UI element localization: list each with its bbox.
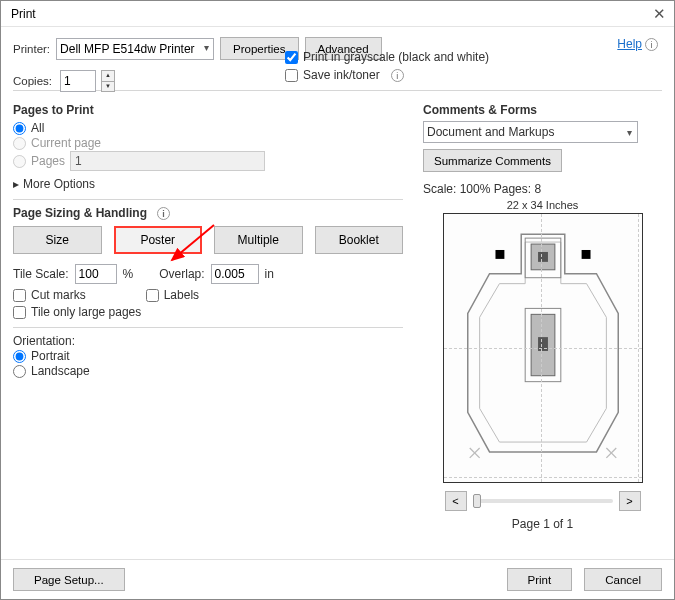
next-page-button[interactable]: > — [619, 491, 641, 511]
svg-rect-8 — [495, 250, 504, 259]
overlap-input[interactable] — [211, 264, 259, 284]
copies-input[interactable] — [60, 70, 96, 92]
overlap-label: Overlap: — [159, 267, 204, 281]
scale-line: Scale: 100% Pages: 8 — [423, 182, 662, 196]
print-button[interactable]: Print — [507, 568, 573, 591]
pages-to-print-title: Pages to Print — [13, 103, 403, 117]
tile-scale-unit: % — [123, 267, 134, 281]
radio-all: All — [13, 121, 403, 135]
svg-rect-4 — [538, 252, 548, 262]
landscape-radio[interactable] — [13, 365, 26, 378]
copies-spinner[interactable]: ▲▼ — [101, 70, 115, 92]
comments-combo[interactable]: Document and Markups ▾ — [423, 121, 638, 143]
orientation-title: Orientation: — [13, 334, 403, 348]
grayscale-label: Print in grayscale (black and white) — [303, 50, 489, 64]
preview-dims: 22 x 34 Inches — [423, 199, 662, 211]
slider-thumb[interactable] — [473, 494, 481, 508]
bottom-bar: Page Setup... Print Cancel — [1, 559, 674, 599]
grayscale-row: Print in grayscale (black and white) — [285, 50, 662, 64]
info-icon: i — [157, 207, 170, 220]
spinner-up-icon[interactable]: ▲ — [102, 71, 114, 82]
radio-all-input[interactable] — [13, 122, 26, 135]
prev-page-button[interactable]: < — [445, 491, 467, 511]
help-link[interactable]: Helpi — [617, 37, 658, 51]
booklet-button[interactable]: Booklet — [315, 226, 404, 254]
handling-buttons: Size Poster Multiple Booklet — [13, 226, 403, 254]
landscape-label: Landscape — [31, 364, 90, 378]
sizing-title: Page Sizing & Handling — [13, 206, 147, 220]
radio-pages-label: Pages — [31, 154, 65, 168]
radio-all-label: All — [31, 121, 44, 135]
more-options[interactable]: ▸More Options — [13, 177, 403, 191]
svg-rect-9 — [581, 250, 590, 259]
portrait-radio[interactable] — [13, 350, 26, 363]
page-of: Page 1 of 1 — [423, 517, 662, 531]
saveink-label: Save ink/toner — [303, 68, 380, 82]
radio-current-input[interactable] — [13, 137, 26, 150]
poster-button[interactable]: Poster — [114, 226, 203, 254]
radio-current-label: Current page — [31, 136, 101, 150]
grayscale-checkbox[interactable] — [285, 51, 298, 64]
print-dialog: Print ✕ Helpi Printer: ▾ Properties Adva… — [0, 0, 675, 600]
labels-label: Labels — [164, 288, 199, 302]
comments-title: Comments & Forms — [423, 103, 662, 117]
tile-large-checkbox[interactable] — [13, 306, 26, 319]
tile-scale-label: Tile Scale: — [13, 267, 69, 281]
info-icon: i — [645, 38, 658, 51]
radio-pages-input[interactable] — [13, 155, 26, 168]
printer-select[interactable] — [56, 38, 214, 60]
multiple-button[interactable]: Multiple — [214, 226, 303, 254]
saveink-checkbox[interactable] — [285, 69, 298, 82]
portrait-label: Portrait — [31, 349, 70, 363]
copies-label: Copies: — [13, 75, 52, 87]
preview-pane — [443, 213, 643, 483]
size-button[interactable]: Size — [13, 226, 102, 254]
pages-input[interactable] — [70, 151, 265, 171]
cancel-button[interactable]: Cancel — [584, 568, 662, 591]
radio-current: Current page — [13, 136, 403, 150]
printer-label: Printer: — [13, 43, 50, 55]
tile-scale-input[interactable] — [75, 264, 117, 284]
page-slider[interactable] — [473, 499, 613, 503]
spinner-down-icon[interactable]: ▼ — [102, 82, 114, 92]
window-title: Print — [11, 7, 36, 21]
cut-marks-label: Cut marks — [31, 288, 86, 302]
labels-checkbox[interactable] — [146, 289, 159, 302]
titlebar: Print ✕ — [1, 1, 674, 27]
triangle-right-icon: ▸ — [13, 177, 19, 191]
overlap-unit: in — [265, 267, 274, 281]
close-icon[interactable]: ✕ — [653, 5, 666, 23]
preview-nav: < > — [423, 491, 662, 511]
radio-pages: Pages — [13, 151, 403, 171]
chevron-down-icon: ▾ — [627, 127, 632, 138]
info-icon: i — [391, 69, 404, 82]
page-setup-button[interactable]: Page Setup... — [13, 568, 125, 591]
summarize-button[interactable]: Summarize Comments — [423, 149, 562, 172]
saveink-row: Save ink/toner i — [285, 68, 662, 82]
tile-large-label: Tile only large pages — [31, 305, 141, 319]
cut-marks-checkbox[interactable] — [13, 289, 26, 302]
